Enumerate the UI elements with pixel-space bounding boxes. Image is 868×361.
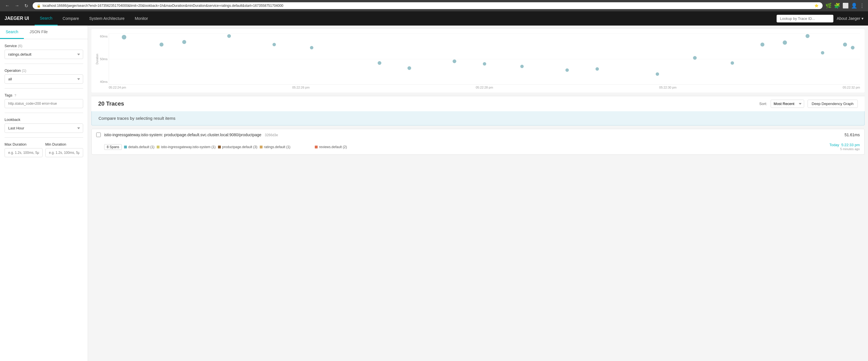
chart-plot-area: Time bbox=[109, 33, 860, 85]
tags-group: Tags ? bbox=[4, 93, 83, 108]
service-dot-reviews bbox=[315, 145, 318, 149]
operation-count: (1) bbox=[22, 68, 26, 73]
trace-time-value: 5:22:33 pm bbox=[841, 143, 860, 147]
chart-dot-20 bbox=[821, 51, 824, 55]
chart-dot-6 bbox=[310, 46, 313, 50]
service-select[interactable]: ratings.default bbox=[4, 50, 83, 59]
nav-item-monitor[interactable]: Monitor bbox=[130, 11, 153, 26]
service-dot-istio bbox=[157, 145, 159, 149]
chart-dot-15 bbox=[693, 56, 696, 60]
chart-x-label-5: 05:22:32 pm bbox=[843, 86, 860, 89]
sort-label: Sort: bbox=[759, 102, 767, 106]
trace-item-header: istio-ingressgateway.istio-system: produ… bbox=[92, 129, 864, 140]
trace-time: Today 5:22:33 pm 5 minutes ago bbox=[829, 143, 860, 151]
service-tag-reviews: reviews.default (2) bbox=[315, 145, 347, 149]
dep-graph-button[interactable]: Deep Dependency Graph bbox=[808, 100, 858, 108]
chart-dot-21 bbox=[843, 42, 847, 46]
nav-right: About Jaeger ▾ bbox=[777, 15, 864, 23]
chart-dot-22 bbox=[851, 46, 855, 50]
chart-dot-8 bbox=[408, 66, 411, 70]
trace-checkbox[interactable] bbox=[96, 133, 101, 137]
service-group: Service (6) ratings.default bbox=[4, 44, 83, 59]
lookback-group: Lookback Last Hour bbox=[4, 118, 83, 133]
traces-header: 20 Traces Sort: Most RecentLongest First… bbox=[91, 96, 865, 111]
nav-items: Search Compare System Architecture Monit… bbox=[35, 11, 153, 26]
service-tag-istio: istio-ingressgateway.istio-system (1) bbox=[157, 145, 216, 149]
trace-item: istio-ingressgateway.istio-system: produ… bbox=[91, 129, 865, 155]
duration-axis-label: Duration bbox=[96, 54, 99, 64]
compare-banner: Compare traces by selecting result items bbox=[91, 111, 865, 126]
trace-duration: 51.61ms bbox=[844, 133, 860, 137]
chart-dot-1 bbox=[122, 35, 126, 39]
duration-row: Max Duration Min Duration bbox=[4, 142, 83, 162]
trace-tags: 8 Spans details.default (1) istio-ingres… bbox=[104, 144, 347, 150]
nav-back[interactable]: ← bbox=[3, 3, 11, 9]
browser-actions: 🌿 🧩 ⬜ 👤 ⋮ bbox=[826, 3, 865, 9]
lookback-label: Lookback bbox=[4, 118, 83, 122]
chart-dot-18 bbox=[783, 41, 787, 45]
spans-badge[interactable]: 8 Spans bbox=[104, 144, 122, 150]
content-area: 60ms 50ms 40ms Duration bbox=[88, 26, 868, 361]
sidebar: Search JSON File Service (6) ratings.def… bbox=[0, 26, 88, 361]
about-jaeger[interactable]: About Jaeger ▾ bbox=[837, 16, 864, 21]
sort-select[interactable]: Most RecentLongest FirstShortest FirstMo… bbox=[771, 100, 804, 108]
nav-refresh[interactable]: ↻ bbox=[23, 3, 30, 9]
divider-4 bbox=[4, 137, 83, 138]
service-dot-productpage bbox=[218, 145, 221, 149]
sidebar-body: Service (6) ratings.default Operation (1… bbox=[0, 39, 88, 166]
about-jaeger-chevron: ▾ bbox=[862, 16, 864, 21]
chart-x-label-4: 05:22:30 pm bbox=[659, 86, 676, 89]
min-duration-group: Min Duration bbox=[45, 142, 84, 157]
compare-banner-text: Compare traces by selecting result items bbox=[98, 116, 176, 121]
service-label: Service (6) bbox=[4, 44, 83, 48]
trace-title: istio-ingressgateway.istio-system: produ… bbox=[104, 133, 841, 137]
chart-dot-16 bbox=[731, 61, 734, 65]
nav-item-compare[interactable]: Compare bbox=[58, 11, 84, 26]
divider-1 bbox=[4, 64, 83, 64]
tags-help-icon[interactable]: ? bbox=[14, 94, 16, 97]
tab-search[interactable]: Search bbox=[0, 26, 24, 39]
chart-dot-9 bbox=[453, 60, 457, 63]
trace-list: istio-ingressgateway.istio-system: produ… bbox=[91, 129, 865, 155]
chart-dot-19 bbox=[806, 34, 809, 38]
chart-dot-12 bbox=[565, 68, 569, 72]
about-jaeger-label: About Jaeger bbox=[837, 16, 860, 21]
chart-dot-5 bbox=[273, 43, 276, 46]
min-duration-label: Min Duration bbox=[45, 142, 84, 146]
service-count: (6) bbox=[18, 44, 23, 48]
min-duration-input[interactable] bbox=[45, 148, 84, 157]
chart-x-label-2: 05:22:26 pm bbox=[292, 86, 309, 89]
chart-dot-13 bbox=[595, 67, 599, 71]
trace-time-ago: 5 minutes ago bbox=[840, 147, 860, 151]
service-dot-details bbox=[124, 145, 127, 149]
lookback-select[interactable]: Last Hour bbox=[4, 124, 83, 133]
nav-brand: JAEGER UI bbox=[4, 16, 29, 21]
nav-forward[interactable]: → bbox=[13, 3, 21, 9]
tags-input[interactable] bbox=[4, 99, 83, 108]
chart-dot-4 bbox=[227, 34, 231, 38]
chart-dot-17 bbox=[761, 42, 765, 46]
operation-group: Operation (1) all bbox=[4, 68, 83, 84]
browser-chrome: ← → ↻ 🔒 localhost:16686/jaeger/search?en… bbox=[0, 0, 868, 11]
chart-dot-7 bbox=[377, 61, 381, 65]
max-duration-input[interactable] bbox=[4, 148, 42, 157]
nav-item-system-architecture[interactable]: System Architecture bbox=[84, 11, 130, 26]
chart-container: 60ms 50ms 40ms Duration bbox=[91, 29, 865, 93]
nav-item-search[interactable]: Search bbox=[35, 11, 57, 26]
trace-lookup-input[interactable] bbox=[777, 15, 833, 23]
service-dot-ratings bbox=[260, 145, 262, 149]
chart-dot-10 bbox=[483, 62, 486, 66]
chart-inner: 60ms 50ms 40ms Duration bbox=[96, 33, 860, 90]
operation-label: Operation (1) bbox=[4, 68, 83, 73]
trace-time-today: Today bbox=[829, 143, 839, 147]
chart-dot-11 bbox=[520, 65, 524, 68]
tab-json-file[interactable]: JSON File bbox=[24, 26, 53, 39]
chart-y-label-40ms: 40ms bbox=[97, 80, 107, 84]
max-duration-label: Max Duration bbox=[4, 142, 42, 146]
trace-id: 3266d3e bbox=[265, 133, 278, 137]
service-tag-productpage: productpage.default (3) bbox=[218, 145, 257, 149]
chart-dot-2 bbox=[159, 42, 163, 46]
address-bar[interactable]: 🔒 localhost:16686/jaeger/search?end=1673… bbox=[33, 2, 823, 9]
operation-select[interactable]: all bbox=[4, 74, 83, 84]
top-nav: JAEGER UI Search Compare System Architec… bbox=[0, 11, 868, 26]
